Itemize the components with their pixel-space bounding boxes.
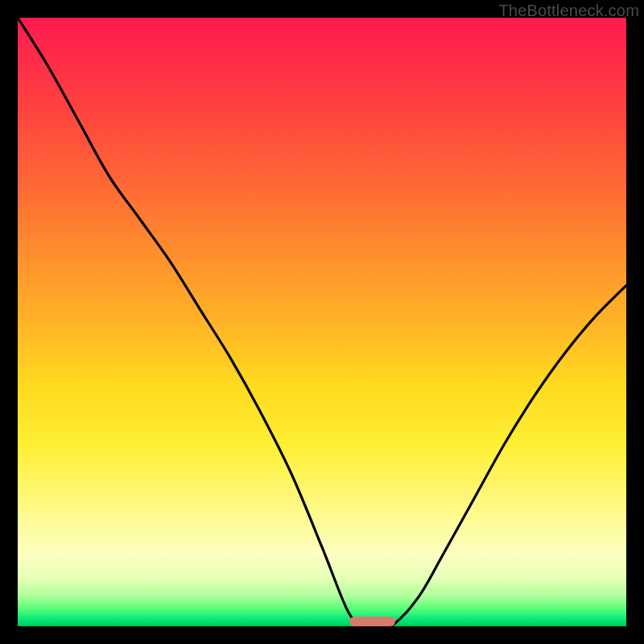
plot-area xyxy=(18,18,626,626)
watermark-text: TheBottleneck.com xyxy=(498,2,639,20)
bottleneck-curve xyxy=(18,18,626,626)
optimal-range-marker xyxy=(349,617,395,626)
chart-frame: TheBottleneck.com xyxy=(0,0,644,644)
